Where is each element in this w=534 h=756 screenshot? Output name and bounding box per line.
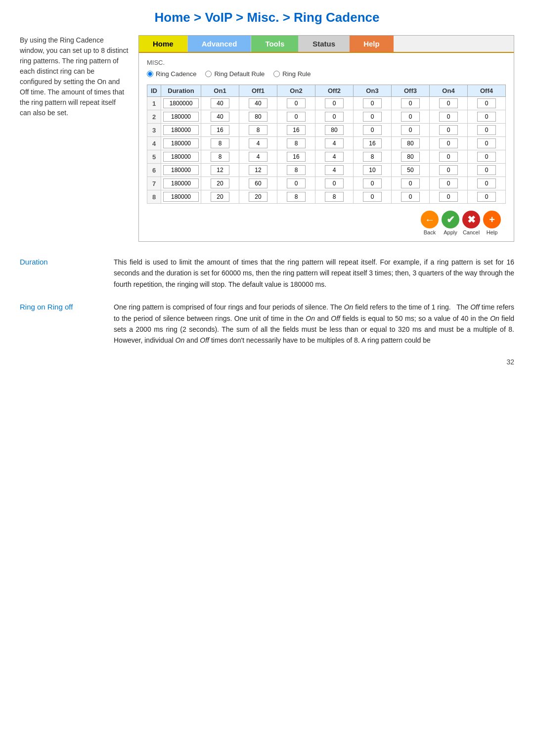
nav-tools[interactable]: Tools xyxy=(251,36,299,52)
cell-off1[interactable] xyxy=(239,110,277,124)
input-off3[interactable] xyxy=(401,178,420,188)
cell-duration[interactable] xyxy=(161,190,201,204)
cancel-button[interactable]: ✖ Cancel xyxy=(462,211,480,235)
cell-off3[interactable] xyxy=(392,137,430,150)
cell-off3[interactable] xyxy=(392,150,430,164)
cell-on3[interactable] xyxy=(354,97,392,110)
cell-on3[interactable] xyxy=(354,124,392,137)
input-off3[interactable] xyxy=(401,165,420,175)
cell-on1[interactable] xyxy=(201,150,239,164)
input-off1[interactable] xyxy=(249,138,267,148)
input-on4[interactable] xyxy=(439,165,458,175)
input-off1[interactable] xyxy=(249,112,267,122)
nav-status[interactable]: Status xyxy=(299,36,350,52)
cell-off3[interactable] xyxy=(392,110,430,124)
cell-on4[interactable] xyxy=(430,150,468,164)
input-off4[interactable] xyxy=(477,152,496,162)
cell-off1[interactable] xyxy=(239,150,277,164)
input-on1[interactable] xyxy=(211,125,229,135)
input-on2[interactable] xyxy=(287,178,306,188)
cell-on4[interactable] xyxy=(430,164,468,177)
radio-ring-cadence-input[interactable] xyxy=(147,71,153,77)
input-on4[interactable] xyxy=(439,125,458,135)
input-on3[interactable] xyxy=(363,138,382,148)
cell-on1[interactable] xyxy=(201,110,239,124)
cell-on3[interactable] xyxy=(354,150,392,164)
cell-off3[interactable] xyxy=(392,164,430,177)
input-off1[interactable] xyxy=(249,178,267,188)
input-off2[interactable] xyxy=(325,192,344,202)
cell-off4[interactable] xyxy=(468,190,506,204)
input-off3[interactable] xyxy=(401,192,420,202)
nav-help[interactable]: Help xyxy=(350,36,394,52)
input-off4[interactable] xyxy=(477,125,496,135)
cell-on2[interactable] xyxy=(277,177,315,190)
cell-off1[interactable] xyxy=(239,137,277,150)
cell-off4[interactable] xyxy=(468,97,506,110)
input-off2[interactable] xyxy=(325,125,344,135)
input-on4[interactable] xyxy=(439,152,458,162)
input-off1[interactable] xyxy=(249,152,267,162)
cell-on2[interactable] xyxy=(277,124,315,137)
cell-on4[interactable] xyxy=(430,177,468,190)
input-on1[interactable] xyxy=(211,178,229,188)
cell-on2[interactable] xyxy=(277,150,315,164)
cell-off4[interactable] xyxy=(468,124,506,137)
input-on4[interactable] xyxy=(439,98,458,108)
input-duration[interactable] xyxy=(163,192,199,202)
input-on2[interactable] xyxy=(287,112,306,122)
input-duration[interactable] xyxy=(163,112,199,122)
input-on3[interactable] xyxy=(363,192,382,202)
input-off2[interactable] xyxy=(325,165,344,175)
cell-on2[interactable] xyxy=(277,164,315,177)
input-on4[interactable] xyxy=(439,138,458,148)
radio-ring-cadence[interactable]: Ring Cadence xyxy=(147,70,196,78)
input-on4[interactable] xyxy=(439,112,458,122)
cell-on2[interactable] xyxy=(277,97,315,110)
input-duration[interactable] xyxy=(163,165,199,175)
cell-off2[interactable] xyxy=(315,124,354,137)
radio-ring-rule[interactable]: Ring Rule xyxy=(273,70,311,78)
input-duration[interactable] xyxy=(163,138,199,148)
input-on1[interactable] xyxy=(211,112,229,122)
cell-off4[interactable] xyxy=(468,164,506,177)
cell-off3[interactable] xyxy=(392,97,430,110)
cell-on3[interactable] xyxy=(354,177,392,190)
cell-duration[interactable] xyxy=(161,177,201,190)
cell-off1[interactable] xyxy=(239,97,277,110)
cell-off1[interactable] xyxy=(239,124,277,137)
input-on3[interactable] xyxy=(363,98,382,108)
input-on2[interactable] xyxy=(287,192,306,202)
input-off4[interactable] xyxy=(477,138,496,148)
cell-on3[interactable] xyxy=(354,164,392,177)
input-off3[interactable] xyxy=(401,98,420,108)
input-on2[interactable] xyxy=(287,165,306,175)
input-on2[interactable] xyxy=(287,98,306,108)
cell-off4[interactable] xyxy=(468,137,506,150)
cell-on4[interactable] xyxy=(430,97,468,110)
input-off3[interactable] xyxy=(401,125,420,135)
input-off1[interactable] xyxy=(249,125,267,135)
input-off4[interactable] xyxy=(477,112,496,122)
radio-ring-default-rule[interactable]: Ring Default Rule xyxy=(205,70,265,78)
apply-button[interactable]: ✔ Apply xyxy=(442,211,459,235)
input-duration[interactable] xyxy=(163,178,199,188)
input-off3[interactable] xyxy=(401,152,420,162)
cell-duration[interactable] xyxy=(161,150,201,164)
cell-on2[interactable] xyxy=(277,110,315,124)
input-off1[interactable] xyxy=(249,192,267,202)
input-off3[interactable] xyxy=(401,112,420,122)
input-off1[interactable] xyxy=(249,98,267,108)
input-duration[interactable] xyxy=(163,152,199,162)
cell-duration[interactable] xyxy=(161,110,201,124)
help-button[interactable]: + Help xyxy=(483,211,501,235)
cell-off2[interactable] xyxy=(315,97,354,110)
input-off1[interactable] xyxy=(249,165,267,175)
input-off2[interactable] xyxy=(325,138,344,148)
cell-off2[interactable] xyxy=(315,137,354,150)
input-off2[interactable] xyxy=(325,152,344,162)
cell-duration[interactable] xyxy=(161,124,201,137)
input-duration[interactable] xyxy=(163,125,199,135)
nav-home[interactable]: Home xyxy=(139,36,188,52)
cell-off2[interactable] xyxy=(315,177,354,190)
